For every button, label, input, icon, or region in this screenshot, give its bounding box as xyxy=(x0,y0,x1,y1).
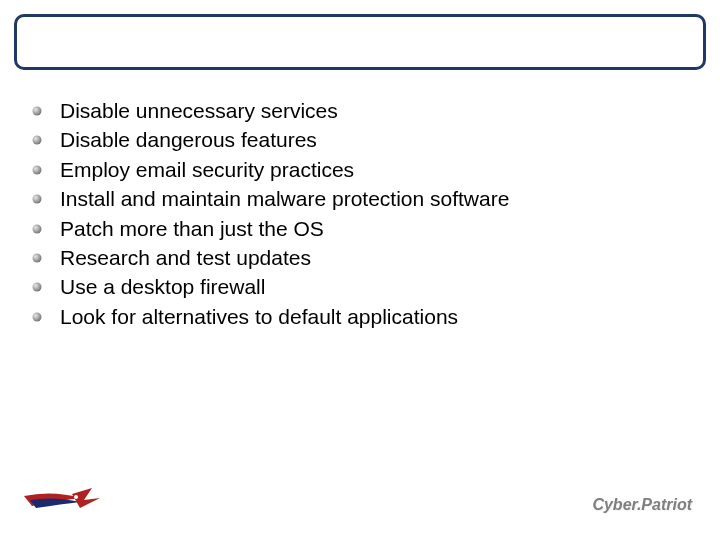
list-item-text: Install and maintain malware protection … xyxy=(60,187,509,210)
list-item-text: Look for alternatives to default applica… xyxy=(60,305,458,328)
list-item: Use a desktop firewall xyxy=(32,272,692,301)
content-area: Disable unnecessary services Disable dan… xyxy=(32,96,692,331)
svg-point-8 xyxy=(74,495,78,499)
list-item-text: Patch more than just the OS xyxy=(60,217,324,240)
bullet-icon xyxy=(32,253,42,263)
svg-point-3 xyxy=(33,195,42,204)
title-box xyxy=(14,14,706,70)
bullet-icon xyxy=(32,106,42,116)
svg-point-7 xyxy=(33,312,42,321)
bullet-icon xyxy=(32,224,42,234)
list-item-text: Disable dangerous features xyxy=(60,128,317,151)
list-item: Employ email security practices xyxy=(32,155,692,184)
svg-point-4 xyxy=(33,224,42,233)
svg-point-6 xyxy=(33,283,42,292)
list-item-text: Use a desktop firewall xyxy=(60,275,265,298)
list-item: Disable unnecessary services xyxy=(32,96,692,125)
svg-point-1 xyxy=(33,136,42,145)
list-item-text: Research and test updates xyxy=(60,246,311,269)
bullet-icon xyxy=(32,165,42,175)
list-item-text: Employ email security practices xyxy=(60,158,354,181)
list-item: Look for alternatives to default applica… xyxy=(32,302,692,331)
bullet-icon xyxy=(32,312,42,322)
list-item: Patch more than just the OS xyxy=(32,214,692,243)
list-item: Disable dangerous features xyxy=(32,125,692,154)
list-item-text: Disable unnecessary services xyxy=(60,99,338,122)
bullet-list: Disable unnecessary services Disable dan… xyxy=(32,96,692,331)
list-item: Install and maintain malware protection … xyxy=(32,184,692,213)
bullet-icon xyxy=(32,194,42,204)
bullet-icon xyxy=(32,282,42,292)
bullet-icon xyxy=(32,135,42,145)
svg-point-2 xyxy=(33,165,42,174)
svg-point-5 xyxy=(33,253,42,262)
list-item: Research and test updates xyxy=(32,243,692,272)
footer-brand: Cyber.Patriot xyxy=(592,496,692,514)
logo xyxy=(22,486,102,516)
svg-point-0 xyxy=(33,107,42,116)
